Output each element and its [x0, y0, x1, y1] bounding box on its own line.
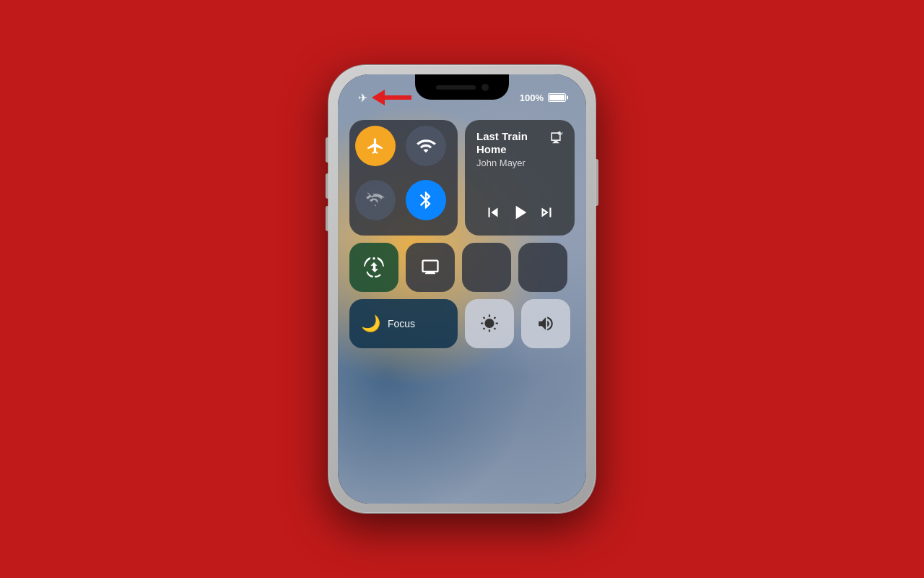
airplane-mode-button[interactable] — [355, 126, 396, 166]
third-row: 🌙 Focus — [349, 299, 575, 348]
wifi-off-button[interactable] — [355, 180, 396, 220]
bluetooth-button[interactable] — [406, 180, 446, 220]
airplane-mode-icon: ✈ — [358, 91, 367, 105]
empty-slot-2 — [518, 243, 567, 292]
volume-button[interactable] — [521, 299, 570, 348]
notch — [415, 74, 509, 100]
phone-screen: ✈ 100% — [338, 74, 586, 504]
battery-icon — [548, 93, 566, 102]
focus-button[interactable]: 🌙 Focus — [349, 299, 458, 348]
music-controls — [476, 199, 563, 225]
music-info: Last Train Home John Mayer — [476, 130, 549, 168]
red-arrow-indicator — [372, 90, 411, 105]
top-row: Last Train Home John Mayer — [349, 120, 575, 236]
focus-label: Focus — [388, 318, 415, 329]
music-panel: Last Train Home John Mayer — [465, 120, 575, 236]
music-title: Last Train Home — [476, 130, 549, 156]
status-left: ✈ — [358, 90, 411, 105]
screen-rotation-button[interactable] — [349, 243, 398, 292]
battery-fill — [549, 95, 565, 100]
second-row — [349, 243, 575, 292]
front-camera — [481, 84, 489, 91]
fast-forward-button[interactable] — [533, 199, 559, 225]
phone-frame: ✈ 100% — [328, 65, 596, 513]
battery-percent: 100% — [520, 92, 544, 103]
brightness-button[interactable] — [465, 299, 514, 348]
control-center: Last Train Home John Mayer — [338, 114, 586, 504]
moon-icon: 🌙 — [361, 314, 380, 333]
battery-body — [548, 93, 566, 102]
status-right: 100% — [520, 92, 566, 103]
connectivity-panel — [349, 120, 458, 236]
music-panel-top: Last Train Home John Mayer — [476, 130, 563, 168]
wifi-button[interactable] — [406, 126, 446, 166]
screen-mirror-button[interactable] — [406, 243, 455, 292]
speaker-grille — [436, 85, 476, 90]
music-artist: John Mayer — [476, 158, 549, 168]
rewind-button[interactable] — [480, 199, 506, 225]
empty-slot-1 — [462, 243, 511, 292]
play-button[interactable] — [507, 199, 533, 225]
airplay-icon[interactable] — [549, 130, 563, 147]
svg-marker-0 — [372, 90, 411, 105]
